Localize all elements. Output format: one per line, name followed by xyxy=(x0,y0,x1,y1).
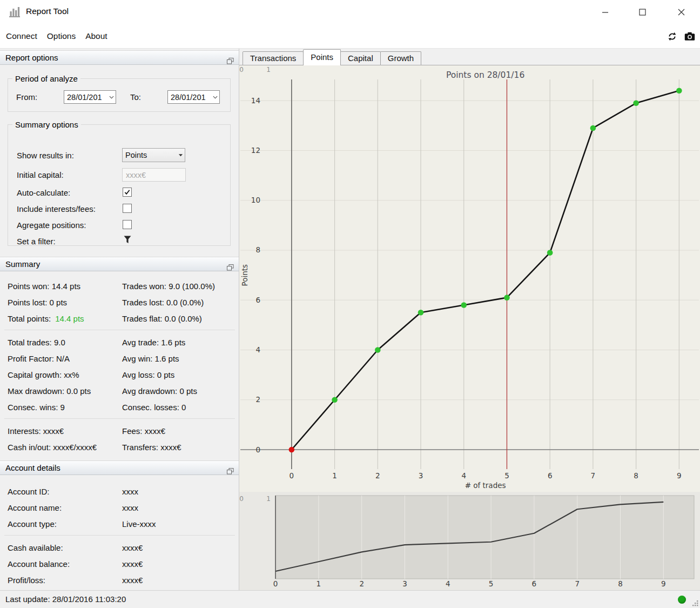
auto-calculate-checkbox[interactable] xyxy=(123,188,132,197)
svg-text:2: 2 xyxy=(359,579,364,588)
profit-factor: Profit Factor: N/A xyxy=(8,354,122,363)
chart-tabbar: Transactions Points Capital Growth xyxy=(239,49,700,65)
interests: Interests: xxxx€ xyxy=(8,426,122,436)
menu-about[interactable]: About xyxy=(80,24,112,48)
menu-options[interactable]: Options xyxy=(42,24,80,48)
menu-connect[interactable]: Connect xyxy=(1,24,42,48)
avg-drawdown: Avg drawdown: 0 pts xyxy=(122,386,239,396)
float-panel-icon[interactable] xyxy=(227,261,234,268)
filter-funnel-icon[interactable] xyxy=(123,235,132,245)
account-balance-value: xxxx€ xyxy=(122,559,239,569)
trades-flat: Trades flat: 0.0 (0.0%) xyxy=(122,314,239,323)
cash-available-label: Cash available: xyxy=(8,543,122,552)
float-panel-icon[interactable] xyxy=(227,465,234,471)
tab-capital[interactable]: Capital xyxy=(340,51,381,65)
divider xyxy=(4,330,235,330)
include-fees-checkbox[interactable] xyxy=(123,204,132,213)
summary-row: Profit Factor: N/A Avg win: 1.6 pts xyxy=(0,350,239,366)
account-details-title: Account details xyxy=(5,463,60,472)
avg-trade: Avg trade: 1.6 pts xyxy=(122,338,239,347)
tab-growth[interactable]: Growth xyxy=(380,51,421,65)
trades-lost: Trades lost: 0.0 (0.0%) xyxy=(122,298,239,307)
show-results-select[interactable]: Points xyxy=(122,148,185,162)
account-row: Profit/loss: xxxx€ xyxy=(0,572,239,588)
avg-loss: Avg loss: 0 pts xyxy=(122,370,239,379)
minimize-button[interactable] xyxy=(588,0,622,24)
camera-icon[interactable] xyxy=(684,31,696,43)
account-type-label: Account type: xyxy=(8,519,122,529)
svg-text:4: 4 xyxy=(255,345,260,354)
initial-capital-input[interactable] xyxy=(122,168,186,182)
menubar: Connect Options About xyxy=(0,24,700,49)
summary-options-legend: Summary options xyxy=(12,120,81,129)
resize-grip-icon[interactable] xyxy=(692,600,699,607)
svg-text:9: 9 xyxy=(677,471,682,480)
summary-row: Consec. wins: 9 Consec. losses: 0 xyxy=(0,399,239,415)
close-icon xyxy=(678,9,685,16)
max-drawdown: Max drawdown: 0.0 pts xyxy=(8,386,122,396)
close-button[interactable] xyxy=(664,0,698,24)
svg-text:14: 14 xyxy=(251,96,260,105)
summary-row: Interests: xxxx€ Fees: xxxx€ xyxy=(0,423,239,439)
points-lost: Points lost: 0 pts xyxy=(8,298,122,307)
set-filter-label: Set a filter: xyxy=(17,237,56,246)
chevron-down-icon xyxy=(211,96,219,99)
refresh-icon[interactable] xyxy=(666,31,678,43)
consec-losses: Consec. losses: 0 xyxy=(122,403,239,412)
svg-text:5: 5 xyxy=(504,471,509,480)
chevron-down-icon xyxy=(107,96,116,99)
report-options-header: Report options xyxy=(0,50,239,65)
tab-transactions[interactable]: Transactions xyxy=(243,51,304,65)
account-row: Cash available: xxxx€ xyxy=(0,539,239,556)
svg-text:3: 3 xyxy=(402,579,407,588)
points-chart[interactable]: 012345678902468101214# of tradesPointsPo… xyxy=(239,65,700,492)
svg-text:5: 5 xyxy=(489,579,494,588)
divider xyxy=(4,535,235,536)
agregate-positions-checkbox[interactable] xyxy=(123,220,132,229)
total-points-label: Total points: xyxy=(8,314,51,323)
svg-text:1: 1 xyxy=(332,471,337,480)
statusbar: Last update: 28/01/2016 11:03:20 xyxy=(0,590,700,608)
summary-row: Total trades: 9.0 Avg trade: 1.6 pts xyxy=(0,334,239,350)
account-row: Account name: xxxx xyxy=(0,499,239,516)
svg-text:2: 2 xyxy=(375,471,380,480)
show-results-value: Points xyxy=(123,151,177,159)
connection-status-indicator xyxy=(678,596,686,604)
svg-text:3: 3 xyxy=(419,471,423,480)
svg-text:4: 4 xyxy=(446,579,450,588)
svg-text:2: 2 xyxy=(255,395,260,404)
to-date-select[interactable]: 28/01/201 xyxy=(167,90,220,104)
navigator-chart[interactable]: 012345678901 xyxy=(239,492,700,590)
maximize-icon xyxy=(639,9,646,16)
svg-text:# of trades: # of trades xyxy=(465,481,506,490)
svg-text:1: 1 xyxy=(266,495,271,503)
svg-text:1: 1 xyxy=(266,66,271,74)
summary-row: Max drawdown: 0.0 pts Avg drawdown: 0 pt… xyxy=(0,383,239,399)
checkmark-icon xyxy=(124,189,131,196)
transfers: Transfers: xxxx€ xyxy=(122,443,239,452)
tab-points[interactable]: Points xyxy=(303,49,341,65)
account-id-label: Account ID: xyxy=(8,487,122,496)
account-row: Account balance: xxxx€ xyxy=(0,556,239,572)
account-id-value: xxxx xyxy=(122,487,239,496)
svg-text:8: 8 xyxy=(255,245,260,254)
summary-header: Summary xyxy=(0,257,239,271)
svg-text:8: 8 xyxy=(618,579,623,588)
svg-text:0: 0 xyxy=(239,66,244,74)
svg-text:12: 12 xyxy=(251,146,260,155)
account-type-value: Live-xxxx xyxy=(122,519,239,529)
period-legend: Period of analyze xyxy=(12,74,80,83)
summary-options-group: Summary options Show results in: Points … xyxy=(8,120,231,246)
float-panel-icon[interactable] xyxy=(227,55,234,61)
from-date-select[interactable]: 28/01/201 xyxy=(64,90,116,104)
auto-calculate-label: Auto-calculate: xyxy=(17,188,70,197)
account-row: Account ID: xxxx xyxy=(0,483,239,499)
profit-loss-value: xxxx€ xyxy=(122,576,239,585)
summary-row: Total points: 14.4 pts Trades flat: 0.0 … xyxy=(0,310,239,326)
last-update-text: Last update: 28/01/2016 11:03:20 xyxy=(5,591,126,607)
capital-growth: Capital growth: xx% xyxy=(8,370,122,379)
maximize-button[interactable] xyxy=(625,0,659,24)
consec-wins: Consec. wins: 9 xyxy=(8,403,122,412)
agregate-positions-label: Agregate positions: xyxy=(17,221,86,230)
summary-title: Summary xyxy=(5,259,40,269)
